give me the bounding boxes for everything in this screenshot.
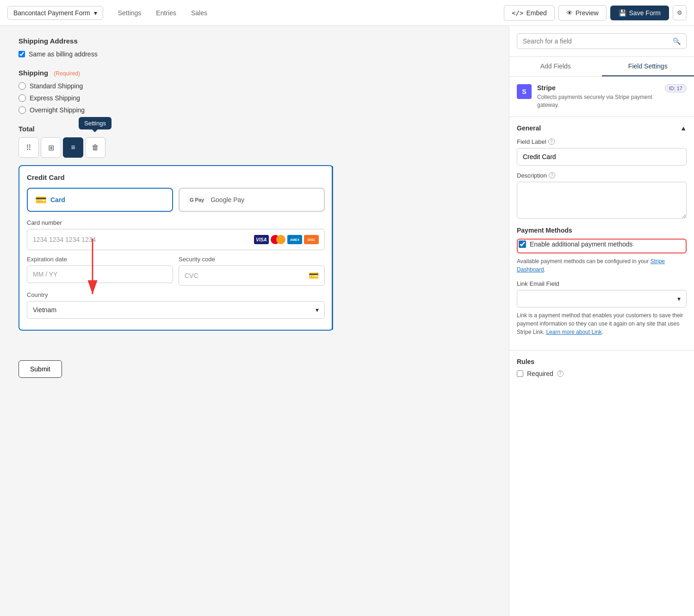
add-fields-tab[interactable]: Add Fields [509, 57, 602, 76]
drag-handle-button[interactable]: ⠿ [19, 137, 39, 158]
chevron-down-icon: ▾ [94, 9, 97, 17]
card-payment-option[interactable]: 💳 Card [27, 188, 173, 212]
express-shipping-row: Express Shipping [19, 94, 333, 102]
description-help[interactable]: ? [549, 172, 555, 179]
credit-card-title: Credit Card [27, 173, 325, 181]
mastercard-logo [271, 235, 285, 244]
shipping-label: Shipping (Required) [19, 69, 333, 77]
description-label: Description ? [517, 172, 687, 179]
shipping-section: Shipping (Required) Standard Shipping Ex… [19, 69, 333, 114]
sales-tab[interactable]: Sales [184, 6, 215, 20]
field-settings-tab[interactable]: Field Settings [602, 57, 694, 76]
rules-label: Rules [517, 358, 687, 365]
settings-toolbar-button[interactable]: ≡ [63, 137, 83, 158]
enable-payment-checkbox[interactable] [519, 240, 526, 248]
settings-tab[interactable]: Settings [111, 6, 149, 20]
general-section: General ▲ Field Label ? Description ? [509, 117, 694, 351]
description-row: Description ? [517, 172, 687, 220]
vertical-accent-line [332, 166, 333, 330]
required-help[interactable]: ? [557, 370, 564, 377]
card-number-label: Card number [27, 219, 325, 226]
enable-payment-row: Enable additional payment methods [519, 240, 685, 248]
stripe-id-badge: ID: 17 [665, 84, 687, 92]
gear-icon: ⚙ [677, 9, 682, 16]
delete-field-button[interactable]: 🗑 [85, 137, 105, 158]
expiration-input[interactable]: MM / YY [27, 265, 173, 283]
payment-methods-section-label: Payment Methods [517, 227, 687, 234]
country-section: Country Vietnam ▾ [27, 291, 325, 319]
standard-shipping-row: Standard Shipping [19, 82, 333, 90]
discover-logo: DISC [304, 235, 319, 244]
gpay-payment-option[interactable]: G Pay Google Pay [179, 188, 325, 212]
security-label: Security code [179, 256, 325, 263]
submit-section: Submit [0, 353, 509, 396]
shipping-address-label: Shipping Address [19, 37, 333, 45]
search-icon: 🔍 [673, 37, 681, 45]
enable-payment-highlight: Enable additional payment methods [517, 239, 687, 253]
payment-info-text: Available payment methods can be configu… [517, 257, 687, 274]
link-email-row: Link Email Field ▾ Link is a payment met… [517, 280, 687, 336]
form-title-label: Bancontact Payment Form [13, 9, 90, 17]
general-section-header[interactable]: General ▲ [517, 124, 687, 132]
same-billing-checkbox[interactable] [19, 51, 25, 57]
country-value: Vietnam [33, 306, 56, 314]
embed-button[interactable]: </> Embed [504, 5, 555, 21]
search-input-wrap: 🔍 [517, 33, 687, 49]
search-bar: 🔍 [509, 26, 694, 57]
rules-section: Rules Required ? [509, 351, 694, 385]
dropdown-chevron-icon: ▾ [677, 295, 681, 302]
chevron-up-icon: ▲ [680, 124, 687, 132]
save-icon: 💾 [619, 9, 626, 17]
standard-shipping-label: Standard Shipping [30, 82, 83, 90]
card-payment-label: Card [50, 196, 65, 203]
country-label: Country [27, 291, 325, 298]
form-title-button[interactable]: Bancontact Payment Form ▾ [7, 6, 103, 20]
overnight-shipping-row: Overnight Shipping [19, 106, 333, 114]
add-field-button[interactable]: ⊞ [41, 137, 61, 158]
main-layout: Shipping Address Same as billing address… [0, 26, 694, 616]
enable-payment-label: Enable additional payment methods [530, 240, 633, 248]
expiration-group: Expiration date MM / YY [27, 256, 173, 286]
total-label: Total [19, 125, 333, 133]
form-content: Shipping Address Same as billing address… [0, 26, 352, 353]
payment-methods-row: Payment Methods Enable additional paymen… [517, 227, 687, 274]
shipping-address-section: Shipping Address Same as billing address [19, 37, 333, 58]
standard-shipping-radio[interactable] [19, 82, 26, 90]
link-info-text: Link is a payment method that enables yo… [517, 311, 687, 336]
security-placeholder: CVC [185, 272, 198, 279]
search-input[interactable] [523, 37, 669, 45]
expiration-placeholder: MM / YY [33, 271, 57, 278]
expiration-label: Expiration date [27, 256, 173, 263]
top-nav: Bancontact Payment Form ▾ Settings Entri… [0, 0, 694, 26]
express-shipping-label: Express Shipping [30, 94, 80, 102]
link-email-dropdown[interactable]: ▾ [517, 290, 687, 308]
exp-cvc-row: Expiration date MM / YY Security code CV… [27, 256, 325, 286]
required-checkbox[interactable] [517, 370, 523, 377]
country-select[interactable]: Vietnam ▾ [27, 301, 325, 319]
required-row: Required ? [517, 370, 687, 377]
eye-icon: 👁 [566, 9, 573, 17]
save-form-button[interactable]: 💾 Save Form [610, 6, 669, 20]
card-number-field[interactable]: 1234 1234 1234 1234 VISA AMEX DISC [27, 229, 325, 250]
submit-button[interactable]: Submit [19, 360, 62, 378]
entries-tab[interactable]: Entries [149, 6, 184, 20]
cvc-card-icon: 💳 [309, 271, 319, 281]
card-number-placeholder: 1234 1234 1234 1234 [33, 236, 96, 243]
overnight-shipping-radio[interactable] [19, 106, 26, 114]
express-shipping-radio[interactable] [19, 94, 26, 102]
field-label-help[interactable]: ? [548, 138, 555, 145]
settings-tooltip: Settings [79, 117, 112, 129]
preview-button[interactable]: 👁 Preview [558, 5, 607, 21]
required-badge: (Required) [54, 70, 80, 77]
field-label-input[interactable] [517, 148, 687, 166]
description-textarea[interactable] [517, 182, 687, 219]
total-section: Total ⠿ ⊞ ≡ 🗑 Settings [19, 125, 333, 158]
security-input[interactable]: CVC 💳 [179, 265, 325, 286]
link-email-label: Link Email Field [517, 280, 687, 287]
stripe-icon: S [517, 84, 532, 99]
settings-gear-button[interactable]: ⚙ [673, 5, 687, 20]
learn-more-link[interactable]: Learn more about Link [546, 329, 601, 335]
gpay-label: Google Pay [211, 196, 244, 203]
sidebar-tabs: Add Fields Field Settings [509, 57, 694, 77]
form-wrapper: Shipping Address Same as billing address… [0, 26, 509, 396]
